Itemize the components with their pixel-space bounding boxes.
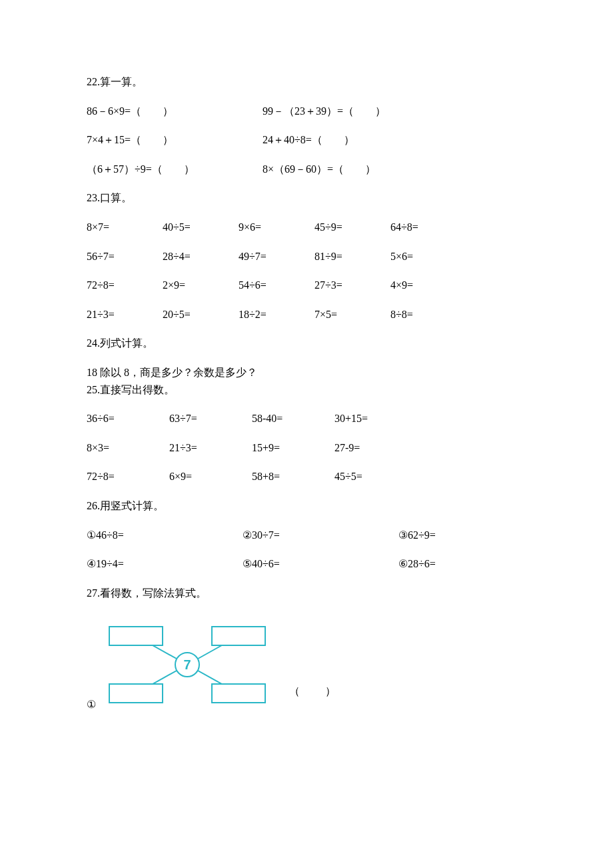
q23-expr: 21÷3= [87,306,160,323]
q25-expr: 63÷7= [169,410,249,427]
q23-expr: 72÷8= [87,277,160,294]
q22-expr: 7×4＋15=（ ） [87,131,260,149]
division-diagram-icon: 7 [104,621,271,713]
q22-row-1: 7×4＋15=（ ） 24＋40÷8=（ ） [87,131,526,149]
q25-expr: 15+9= [252,439,332,457]
q25-expr: 58-40= [252,410,332,427]
q25-expr: 8×3= [87,439,167,457]
q23-expr: 2×9= [163,277,236,294]
q23-expr: 7×5= [314,306,388,323]
q22-expr: 86－6×9=（ ） [87,103,260,120]
q23-row-0: 8×7= 40÷5= 9×6= 45÷9= 64÷8= [87,219,526,236]
q23-expr: 5×6= [390,248,464,265]
q26-expr: ①46÷8= [87,527,240,544]
q23-expr: 40÷5= [163,219,236,236]
q22-expr: 8×（69－60）=（ ） [263,161,436,178]
q22-prompt: 22.算一算。 [87,73,526,91]
svg-rect-4 [109,627,163,645]
q23-expr: 28÷4= [163,248,236,265]
q24-line1: 18 除以 8，商是多少？余数是多少？ [87,364,526,381]
q25-prompt: 25.直接写出得数。 [87,381,526,399]
q26-row-0: ①46÷8= ②30÷7= ③62÷9= [87,527,526,544]
q22-expr: 99－（23＋39）=（ ） [263,103,436,120]
diagram-center-value: 7 [183,657,191,672]
q25-row-2: 72÷8= 6×9= 58+8= 45÷5= [87,468,526,485]
q22-expr: （6＋57）÷9=（ ） [87,161,260,178]
q22-expr: 24＋40÷8=（ ） [263,131,436,149]
svg-rect-6 [109,684,163,703]
q25-expr: 30+15= [334,410,414,427]
q23-expr: 8÷8= [390,306,464,323]
q23-expr: 64÷8= [390,219,464,236]
q23-prompt: 23.口算。 [87,189,526,207]
q23-row-3: 21÷3= 20÷5= 18÷2= 7×5= 8÷8= [87,306,526,323]
q23-expr: 81÷9= [314,248,388,265]
q25-row-0: 36÷6= 63÷7= 58-40= 30+15= [87,410,526,427]
q26-expr: ②30÷7= [243,527,396,544]
q25-expr: 21÷3= [169,439,249,457]
svg-rect-5 [212,627,265,645]
svg-rect-7 [212,684,265,703]
q25-expr: 36÷6= [87,410,167,427]
q25-expr: 27-9= [334,439,414,457]
q26-expr: ③62÷9= [398,527,498,544]
q25-expr: 45÷5= [334,468,414,485]
q27-prompt: 27.看得数，写除法算式。 [87,585,526,602]
q23-expr: 18÷2= [239,306,312,323]
q26-expr: ④19÷4= [87,555,240,573]
q23-expr: 20÷5= [163,306,236,323]
q27-after-diagram: （ ） [289,683,337,700]
q26-prompt: 26.用竖式计算。 [87,497,526,515]
q23-expr: 8×7= [87,219,160,236]
q25-expr: 58+8= [252,468,332,485]
q23-row-1: 56÷7= 28÷4= 49÷7= 81÷9= 5×6= [87,248,526,265]
q23-expr: 27÷3= [314,277,388,294]
q23-row-2: 72÷8= 2×9= 54÷6= 27÷3= 4×9= [87,277,526,294]
q22-row-0: 86－6×9=（ ） 99－（23＋39）=（ ） [87,103,526,120]
q27-diagram-row: ① 7 （ ） [87,621,526,713]
q24-prompt: 24.列式计算。 [87,335,526,352]
q23-expr: 49÷7= [239,248,312,265]
q23-expr: 54÷6= [239,277,312,294]
q26-expr: ⑥28÷6= [398,555,498,573]
q26-expr: ⑤40÷6= [243,555,396,573]
q23-expr: 9×6= [239,219,312,236]
q23-expr: 45÷9= [314,219,388,236]
q23-expr: 4×9= [390,277,464,294]
q26-row-1: ④19÷4= ⑤40÷6= ⑥28÷6= [87,555,526,573]
q25-expr: 6×9= [169,468,249,485]
q27-circle-num: ① [87,696,96,713]
q25-expr: 72÷8= [87,468,167,485]
q22-row-2: （6＋57）÷9=（ ） 8×（69－60）=（ ） [87,161,526,178]
q23-expr: 56÷7= [87,248,160,265]
q25-row-1: 8×3= 21÷3= 15+9= 27-9= [87,439,526,457]
